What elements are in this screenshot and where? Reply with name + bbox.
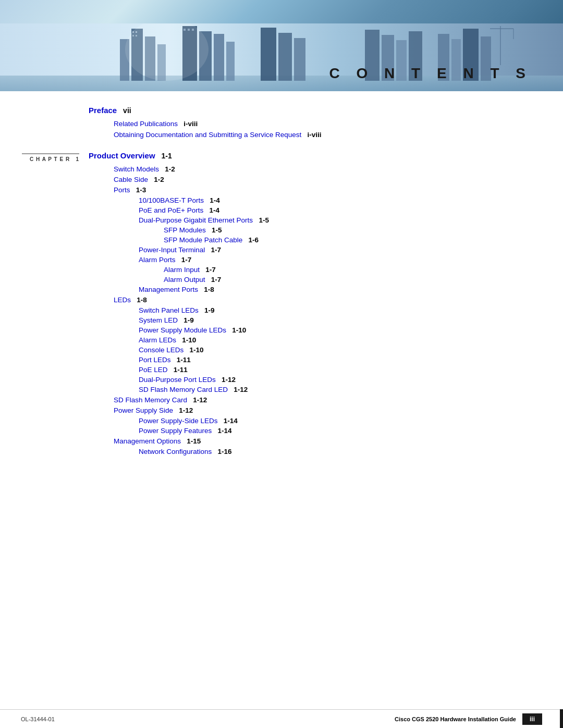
sfp-modules-page: 1-5 (208, 226, 222, 234)
console-leds-page: 1-10 (186, 346, 204, 354)
port-leds-page: 1-11 (173, 356, 191, 364)
switch-models-page: 1-2 (161, 165, 175, 173)
sfp-patch-page: 1-6 (244, 236, 259, 244)
chapter-header: Product Overview 1-1 (89, 151, 532, 160)
footer-guide-title: Cisco CGS 2520 Hardware Installation Gui… (395, 716, 516, 722)
toc-entry: Power-Input Terminal 1-7 (89, 246, 532, 254)
leds-page: 1-8 (133, 296, 147, 304)
leds-link[interactable]: LEDs (114, 296, 131, 304)
preface-link[interactable]: Preface (89, 106, 117, 115)
svg-rect-12 (294, 38, 305, 81)
toc-entry: Port LEDs 1-11 (89, 356, 532, 364)
poe-led-page: 1-11 (169, 366, 188, 374)
chapter-title-link[interactable]: Product Overview (89, 151, 155, 160)
power-input-page: 1-7 (207, 246, 221, 254)
toc-entry: Alarm Output 1-7 (89, 276, 532, 283)
toc-entry: Console LEDs 1-10 (89, 346, 532, 354)
svg-rect-11 (278, 33, 292, 81)
sfp-modules-link[interactable]: SFP Modules (164, 226, 206, 234)
toc-entry: Power Supply Module LEDs 1-10 (89, 326, 532, 334)
network-configs-link[interactable]: Network Configurations (139, 448, 212, 455)
ps-side-leds-link[interactable]: Power Supply-Side LEDs (139, 417, 218, 425)
ports-page: 1-3 (132, 186, 146, 194)
ports-link[interactable]: Ports (114, 186, 130, 194)
alarm-leds-link[interactable]: Alarm LEDs (139, 336, 176, 344)
sd-flash-led-link[interactable]: SD Flash Memory Card LED (139, 386, 228, 393)
toc-entry: 10/100BASE-T Ports 1-4 (89, 196, 532, 204)
preface-header: Preface vii (89, 106, 532, 115)
toc-entry: Power Supply Features 1-14 (89, 427, 532, 435)
ps-features-link[interactable]: Power Supply Features (139, 427, 212, 435)
sd-flash-card-link[interactable]: SD Flash Memory Card (114, 396, 187, 404)
preface-section: Preface vii Related Publications i-viii … (89, 106, 532, 139)
alarm-input-page: 1-7 (202, 266, 216, 274)
toc-entry: SD Flash Memory Card 1-12 (89, 396, 532, 404)
chapter-page: 1-1 (161, 152, 172, 160)
toc-entry: Cable Side 1-2 (89, 176, 532, 183)
alarm-ports-page: 1-7 (177, 256, 191, 264)
mgmt-ports-link[interactable]: Management Ports (139, 286, 198, 293)
alarm-output-page: 1-7 (207, 276, 221, 283)
ps-features-page: 1-14 (214, 427, 232, 435)
toc-entry: LEDs 1-8 (89, 296, 532, 304)
power-supply-side-page: 1-12 (175, 406, 193, 414)
related-publications-link[interactable]: Related Publications (114, 120, 178, 128)
obtaining-doc-link[interactable]: Obtaining Documentation and Submitting a… (114, 131, 301, 139)
system-led-link[interactable]: System LED (139, 316, 178, 324)
console-leds-link[interactable]: Console LEDs (139, 346, 183, 354)
port-leds-link[interactable]: Port LEDs (139, 356, 171, 364)
dual-gig-page: 1-5 (255, 216, 269, 224)
poe-ports-page: 1-4 (205, 206, 219, 214)
preface-page: vii (123, 106, 131, 115)
switch-panel-leds-page: 1-9 (201, 306, 215, 314)
chapter-label-text: C H A P T E R 1 (30, 156, 79, 162)
footer: OL-31444-01 Cisco CGS 2520 Hardware Inst… (0, 709, 563, 728)
switch-panel-leds-link[interactable]: Switch Panel LEDs (139, 306, 199, 314)
toc-entry: Switch Panel LEDs 1-9 (89, 306, 532, 314)
sd-flash-led-page: 1-12 (230, 386, 248, 393)
footer-right: Cisco CGS 2520 Hardware Installation Gui… (395, 713, 542, 725)
poe-led-link[interactable]: PoE LED (139, 366, 168, 374)
footer-bar (560, 709, 563, 728)
dual-port-leds-link[interactable]: Dual-Purpose Port LEDs (139, 376, 216, 384)
svg-rect-10 (261, 28, 276, 81)
toc-entry: Management Ports 1-8 (89, 286, 532, 293)
header-image: C O N T E N T S (0, 0, 563, 91)
mgmt-options-link[interactable]: Management Options (114, 437, 181, 445)
alarm-input-link[interactable]: Alarm Input (164, 266, 200, 274)
toc-entry: Obtaining Documentation and Submitting a… (114, 131, 532, 139)
toc-entry: PoE LED 1-11 (89, 366, 532, 374)
power-supply-side-link[interactable]: Power Supply Side (114, 406, 173, 414)
toc-entry: SFP Module Patch Cable 1-6 (89, 236, 532, 244)
dual-gig-link[interactable]: Dual-Purpose Gigabit Ethernet Ports (139, 216, 253, 224)
ps-module-leds-page: 1-10 (228, 326, 247, 334)
toc-entry: SD Flash Memory Card LED 1-12 (89, 386, 532, 393)
sfp-patch-link[interactable]: SFP Module Patch Cable (164, 236, 242, 244)
mgmt-ports-page: 1-8 (200, 286, 214, 293)
alarm-leds-page: 1-10 (178, 336, 197, 344)
toc-entry: Alarm LEDs 1-10 (89, 336, 532, 344)
ps-side-leds-page: 1-14 (219, 417, 238, 425)
chapter-label: C H A P T E R 1 (22, 153, 79, 162)
alarm-ports-link[interactable]: Alarm Ports (139, 256, 176, 264)
10-100base-t-page: 1-4 (206, 196, 220, 204)
toc-entry: Related Publications i-viii (114, 120, 532, 128)
alarm-output-link[interactable]: Alarm Output (164, 276, 205, 283)
footer-page-number: iii (522, 713, 542, 725)
obtaining-doc-page: i-viii (303, 131, 322, 139)
system-led-page: 1-9 (180, 316, 194, 324)
toc-entry: Alarm Input 1-7 (89, 266, 532, 274)
toc-entry: Power Supply-Side LEDs 1-14 (89, 417, 532, 425)
network-configs-page: 1-16 (214, 448, 232, 455)
toc-entry: Network Configurations 1-16 (89, 448, 532, 455)
switch-models-link[interactable]: Switch Models (114, 165, 159, 173)
ps-module-leds-link[interactable]: Power Supply Module LEDs (139, 326, 226, 334)
related-publications-page: i-viii (180, 120, 198, 128)
svg-rect-8 (214, 34, 224, 81)
toc-content: Preface vii Related Publications i-viii … (0, 91, 563, 489)
poe-ports-link[interactable]: PoE and PoE+ Ports (139, 206, 203, 214)
power-input-link[interactable]: Power-Input Terminal (139, 246, 205, 254)
cable-side-link[interactable]: Cable Side (114, 176, 148, 183)
10-100base-t-link[interactable]: 10/100BASE-T Ports (139, 196, 204, 204)
toc-entry: Dual-Purpose Port LEDs 1-12 (89, 376, 532, 384)
